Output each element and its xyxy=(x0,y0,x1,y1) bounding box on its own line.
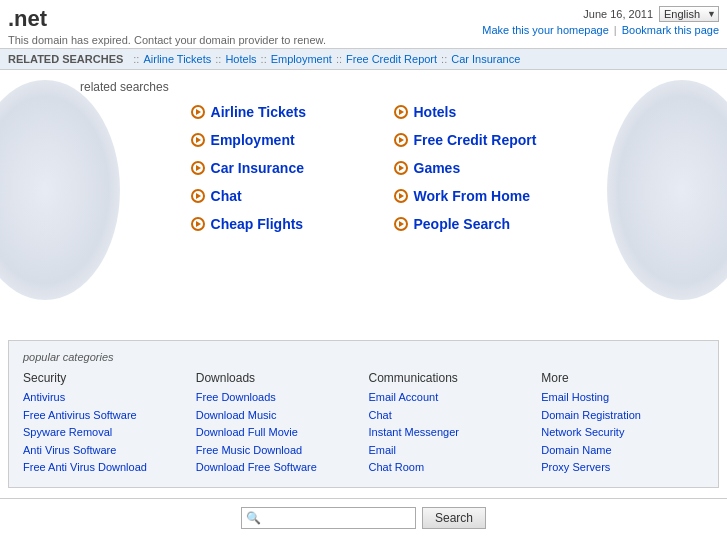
list-item: Chat xyxy=(191,188,334,204)
arrow-icon xyxy=(394,161,408,175)
link-download-full-movie[interactable]: Download Full Movie xyxy=(196,424,359,442)
link-email[interactable]: Email xyxy=(369,442,532,460)
categories-grid: Security Antivirus Free Antivirus Softwa… xyxy=(23,371,704,477)
nav-link-employment[interactable]: Employment xyxy=(271,53,332,65)
language-selector-wrapper[interactable]: English Spanish French German ▼ xyxy=(659,6,719,22)
bottom-search-bar: 🔍 Search xyxy=(0,498,727,537)
related-nav-label: RELATED SEARCHES xyxy=(8,53,123,65)
language-select[interactable]: English Spanish French German xyxy=(659,6,719,22)
arrow-icon xyxy=(394,189,408,203)
link-cheap-flights[interactable]: Cheap Flights xyxy=(211,216,304,232)
category-title-security: Security xyxy=(23,371,186,385)
link-games[interactable]: Games xyxy=(414,160,461,176)
link-car-insurance[interactable]: Car Insurance xyxy=(211,160,304,176)
popular-categories-label: popular categories xyxy=(23,351,704,363)
category-more: More Email Hosting Domain Registration N… xyxy=(541,371,704,477)
nav-sep-5: :: xyxy=(441,53,447,65)
nav-link-car-insurance[interactable]: Car Insurance xyxy=(451,53,520,65)
category-downloads: Downloads Free Downloads Download Music … xyxy=(196,371,359,477)
nav-link-airline-tickets[interactable]: Airline Tickets xyxy=(143,53,211,65)
link-hotels[interactable]: Hotels xyxy=(414,104,457,120)
link-proxy-servers[interactable]: Proxy Servers xyxy=(541,459,704,477)
list-item: Hotels xyxy=(394,104,537,120)
arrow-icon xyxy=(191,161,205,175)
utility-links: Make this your homepage | Bookmark this … xyxy=(482,24,719,36)
link-free-downloads[interactable]: Free Downloads xyxy=(196,389,359,407)
list-item: People Search xyxy=(394,216,537,232)
related-nav-bar: RELATED SEARCHES :: Airline Tickets :: H… xyxy=(0,49,727,70)
list-item: Airline Tickets xyxy=(191,104,334,120)
related-searches-heading: related searches xyxy=(80,80,169,94)
arrow-icon xyxy=(394,217,408,231)
link-chat[interactable]: Chat xyxy=(211,188,242,204)
list-item: Free Credit Report xyxy=(394,132,537,148)
nav-link-hotels[interactable]: Hotels xyxy=(225,53,256,65)
popular-categories-section: popular categories Security Antivirus Fr… xyxy=(8,340,719,488)
link-spyware-removal[interactable]: Spyware Removal xyxy=(23,424,186,442)
link-airline-tickets[interactable]: Airline Tickets xyxy=(211,104,306,120)
nav-sep-4: :: xyxy=(336,53,342,65)
category-title-communications: Communications xyxy=(369,371,532,385)
date-label: June 16, 2011 xyxy=(583,8,653,20)
search-icon: 🔍 xyxy=(242,511,265,525)
date-lang-row: June 16, 2011 English Spanish French Ger… xyxy=(583,6,719,22)
bookmark-link[interactable]: Bookmark this page xyxy=(622,24,719,36)
logo-area: .net This domain has expired. Contact yo… xyxy=(8,6,326,46)
link-instant-messenger[interactable]: Instant Messenger xyxy=(369,424,532,442)
arrow-icon xyxy=(191,133,205,147)
link-email-account[interactable]: Email Account xyxy=(369,389,532,407)
link-free-credit-report[interactable]: Free Credit Report xyxy=(414,132,537,148)
expired-message: This domain has expired. Contact your do… xyxy=(8,34,326,46)
link-employment[interactable]: Employment xyxy=(211,132,295,148)
link-chat[interactable]: Chat xyxy=(369,407,532,425)
link-free-anti-virus-download[interactable]: Free Anti Virus Download xyxy=(23,459,186,477)
arrow-icon xyxy=(394,105,408,119)
link-chat-room[interactable]: Chat Room xyxy=(369,459,532,477)
search-input[interactable] xyxy=(265,508,415,528)
arrow-icon xyxy=(191,217,205,231)
nav-link-free-credit-report[interactable]: Free Credit Report xyxy=(346,53,437,65)
link-download-free-software[interactable]: Download Free Software xyxy=(196,459,359,477)
separator: | xyxy=(614,24,620,36)
link-email-hosting[interactable]: Email Hosting xyxy=(541,389,704,407)
link-download-music[interactable]: Download Music xyxy=(196,407,359,425)
arrow-icon xyxy=(394,133,408,147)
link-domain-registration[interactable]: Domain Registration xyxy=(541,407,704,425)
link-anti-virus-software[interactable]: Anti Virus Software xyxy=(23,442,186,460)
site-logo: .net xyxy=(8,6,326,32)
category-title-more: More xyxy=(541,371,704,385)
nav-sep-3: :: xyxy=(261,53,267,65)
top-right: June 16, 2011 English Spanish French Ger… xyxy=(482,6,719,36)
link-people-search[interactable]: People Search xyxy=(414,216,511,232)
content-area: related searches Airline Tickets Hotels … xyxy=(20,80,707,320)
list-item: Employment xyxy=(191,132,334,148)
top-bar: .net This domain has expired. Contact yo… xyxy=(0,0,727,49)
search-box-wrapper: 🔍 xyxy=(241,507,416,529)
link-work-from-home[interactable]: Work From Home xyxy=(414,188,530,204)
list-item: Cheap Flights xyxy=(191,216,334,232)
list-item: Games xyxy=(394,160,537,176)
search-button[interactable]: Search xyxy=(422,507,486,529)
list-item: Work From Home xyxy=(394,188,537,204)
list-item: Car Insurance xyxy=(191,160,334,176)
arrow-icon xyxy=(191,189,205,203)
link-free-music-download[interactable]: Free Music Download xyxy=(196,442,359,460)
homepage-link[interactable]: Make this your homepage xyxy=(482,24,609,36)
link-domain-name[interactable]: Domain Name xyxy=(541,442,704,460)
category-security: Security Antivirus Free Antivirus Softwa… xyxy=(23,371,186,477)
main-content: related searches Airline Tickets Hotels … xyxy=(0,70,727,330)
nav-sep-2: :: xyxy=(215,53,221,65)
category-title-downloads: Downloads xyxy=(196,371,359,385)
nav-sep-1: :: xyxy=(133,53,139,65)
link-free-antivirus-software[interactable]: Free Antivirus Software xyxy=(23,407,186,425)
search-links-grid: Airline Tickets Hotels Employment Free C… xyxy=(191,104,537,232)
link-network-security[interactable]: Network Security xyxy=(541,424,704,442)
category-communications: Communications Email Account Chat Instan… xyxy=(369,371,532,477)
link-antivirus[interactable]: Antivirus xyxy=(23,389,186,407)
arrow-icon xyxy=(191,105,205,119)
